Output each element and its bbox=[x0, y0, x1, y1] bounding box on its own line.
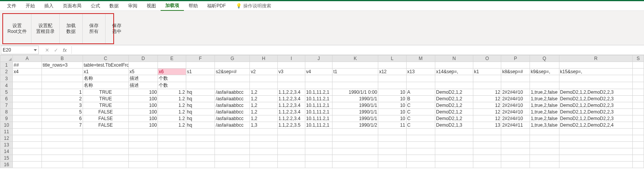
cell[interactable]: TRUE bbox=[83, 102, 128, 109]
cell[interactable] bbox=[277, 162, 305, 168]
cell[interactable]: 1990/1/1 0:00 bbox=[332, 89, 378, 96]
cell[interactable]: 名称 bbox=[83, 82, 128, 89]
cell[interactable]: /asfa#aabbcc bbox=[215, 122, 250, 129]
cell[interactable]: k8&sep=# bbox=[501, 69, 530, 75]
cell[interactable] bbox=[128, 135, 158, 142]
cell[interactable]: C bbox=[406, 122, 435, 129]
cell[interactable] bbox=[632, 162, 644, 168]
cell[interactable]: 2#2#4#10 bbox=[501, 96, 530, 102]
cell[interactable] bbox=[250, 62, 277, 69]
cell[interactable] bbox=[186, 155, 215, 162]
cell[interactable]: 100 bbox=[128, 109, 158, 115]
cell[interactable] bbox=[501, 75, 530, 82]
cell[interactable] bbox=[473, 62, 501, 69]
cell[interactable]: 100 bbox=[128, 115, 158, 122]
cell[interactable]: 12 bbox=[473, 89, 501, 96]
cell[interactable] bbox=[250, 162, 277, 168]
cell[interactable] bbox=[13, 96, 42, 102]
row-header[interactable]: 13 bbox=[0, 142, 13, 148]
cell[interactable] bbox=[250, 129, 277, 135]
cell[interactable] bbox=[559, 75, 632, 82]
cell[interactable] bbox=[83, 148, 128, 155]
cell[interactable] bbox=[406, 135, 435, 142]
cell[interactable] bbox=[406, 82, 435, 89]
cell[interactable]: hq bbox=[186, 102, 215, 109]
cell[interactable]: 1.2 bbox=[158, 109, 186, 115]
cell[interactable] bbox=[215, 148, 250, 155]
ribbon-tab[interactable]: 页面布局 bbox=[58, 2, 86, 10]
cell[interactable]: 1,2 bbox=[250, 109, 277, 115]
cell[interactable]: 10.1,11.2,1 bbox=[305, 122, 332, 129]
cell[interactable]: DemoD2,1,2 bbox=[435, 89, 473, 96]
cell[interactable]: DemoD2,1,2 bbox=[435, 102, 473, 109]
cell[interactable] bbox=[501, 82, 530, 89]
cell[interactable] bbox=[435, 129, 473, 135]
cell[interactable]: C bbox=[406, 115, 435, 122]
cell[interactable]: s2&sep=# bbox=[215, 69, 250, 75]
cell[interactable] bbox=[305, 129, 332, 135]
cell[interactable] bbox=[435, 82, 473, 89]
cell[interactable] bbox=[128, 129, 158, 135]
cell[interactable] bbox=[13, 102, 42, 109]
cell[interactable]: 13 bbox=[473, 122, 501, 129]
cell[interactable]: 1990/1/1 bbox=[332, 96, 378, 102]
cell[interactable]: x12 bbox=[378, 69, 406, 75]
cell[interactable] bbox=[332, 142, 378, 148]
cell[interactable] bbox=[332, 75, 378, 82]
cell[interactable]: ## bbox=[13, 62, 42, 69]
cell[interactable]: 1.2 bbox=[158, 102, 186, 109]
cell[interactable] bbox=[332, 148, 378, 155]
cell[interactable] bbox=[332, 129, 378, 135]
cell[interactable] bbox=[406, 62, 435, 69]
cell[interactable] bbox=[501, 135, 530, 142]
cell[interactable] bbox=[250, 135, 277, 142]
cell[interactable] bbox=[632, 96, 644, 102]
tell-me-search[interactable]: 操作说明搜索 bbox=[243, 3, 271, 9]
cell[interactable] bbox=[378, 142, 406, 148]
cell[interactable]: 1990/1/2 bbox=[332, 122, 378, 129]
cell[interactable]: 个数 bbox=[158, 75, 186, 82]
column-header[interactable]: D bbox=[128, 55, 158, 62]
cell[interactable] bbox=[435, 75, 473, 82]
cell[interactable]: k9&sep=, bbox=[530, 69, 559, 75]
cell[interactable]: 10.1,11.2,1 bbox=[305, 89, 332, 96]
cell[interactable] bbox=[632, 62, 644, 69]
cell[interactable]: /asfa#aabbcc bbox=[215, 115, 250, 122]
cell[interactable] bbox=[305, 62, 332, 69]
cell[interactable] bbox=[83, 142, 128, 148]
cell[interactable] bbox=[305, 75, 332, 82]
cell[interactable] bbox=[186, 142, 215, 148]
cell[interactable]: hq bbox=[186, 89, 215, 96]
row-header[interactable]: 14 bbox=[0, 148, 13, 155]
cell[interactable]: DemoD2,1,2 bbox=[435, 115, 473, 122]
cell[interactable]: 1.1,2.2,3.5 bbox=[277, 122, 305, 129]
cell[interactable] bbox=[501, 162, 530, 168]
cell[interactable] bbox=[42, 142, 83, 148]
cell[interactable]: 1.1,2.2,3.4 bbox=[277, 109, 305, 115]
cell[interactable] bbox=[305, 82, 332, 89]
cell[interactable] bbox=[332, 82, 378, 89]
cell[interactable]: C bbox=[406, 109, 435, 115]
cell[interactable] bbox=[632, 155, 644, 162]
chevron-down-icon[interactable] bbox=[34, 49, 37, 51]
cell[interactable] bbox=[530, 129, 559, 135]
cell[interactable]: x5 bbox=[128, 69, 158, 75]
cell[interactable]: 12 bbox=[473, 102, 501, 109]
enter-icon[interactable]: ✓ bbox=[54, 47, 58, 53]
cell[interactable]: v2 bbox=[250, 69, 277, 75]
cell[interactable]: 2#2#4#10 bbox=[501, 102, 530, 109]
cell[interactable]: 100 bbox=[128, 102, 158, 109]
ribbon-tab[interactable]: 文件 bbox=[2, 2, 21, 10]
cell[interactable]: 10 bbox=[378, 115, 406, 122]
cell[interactable]: DemoD2,1,2,DemoD2,2,4 bbox=[559, 122, 632, 129]
row-header[interactable]: 5 bbox=[0, 89, 13, 96]
cell[interactable] bbox=[13, 122, 42, 129]
column-header[interactable]: H bbox=[250, 55, 277, 62]
cell[interactable] bbox=[435, 155, 473, 162]
cell[interactable]: 10.1,11.2,1 bbox=[305, 96, 332, 102]
cell[interactable]: 12 bbox=[473, 115, 501, 122]
cell[interactable]: 7 bbox=[42, 122, 83, 129]
cell[interactable]: 1.1,2.2,3.4 bbox=[277, 102, 305, 109]
cell[interactable] bbox=[158, 162, 186, 168]
cell[interactable] bbox=[501, 62, 530, 69]
